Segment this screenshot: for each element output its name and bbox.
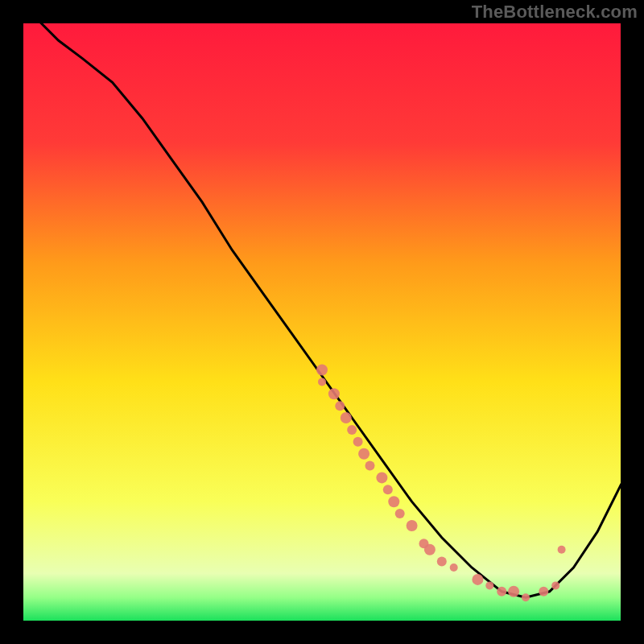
sample-point xyxy=(472,574,483,585)
sample-point xyxy=(497,587,506,597)
sample-point xyxy=(365,461,375,471)
sample-point xyxy=(424,544,436,555)
sample-point xyxy=(558,546,566,554)
sample-point xyxy=(551,581,559,589)
sample-point xyxy=(485,581,493,589)
sample-point xyxy=(383,485,393,494)
sample-point xyxy=(450,564,458,572)
sample-point xyxy=(376,472,387,483)
sample-point xyxy=(335,401,345,411)
watermark-label: TheBottleneck.com xyxy=(472,2,638,23)
sample-point xyxy=(388,496,399,507)
sample-point xyxy=(508,586,519,597)
sample-point xyxy=(395,509,405,518)
plot-background xyxy=(23,23,621,621)
sample-point xyxy=(316,365,328,376)
sample-point xyxy=(539,587,548,597)
sample-point xyxy=(437,557,447,567)
sample-point xyxy=(318,378,326,386)
sample-point xyxy=(358,448,369,460)
chart-svg xyxy=(0,0,644,644)
chart-container: TheBottleneck.com xyxy=(0,0,644,644)
sample-point xyxy=(407,520,418,531)
sample-point xyxy=(353,437,363,447)
sample-point xyxy=(328,388,340,399)
sample-point xyxy=(341,412,352,423)
sample-point xyxy=(522,593,530,601)
sample-point xyxy=(347,425,357,435)
